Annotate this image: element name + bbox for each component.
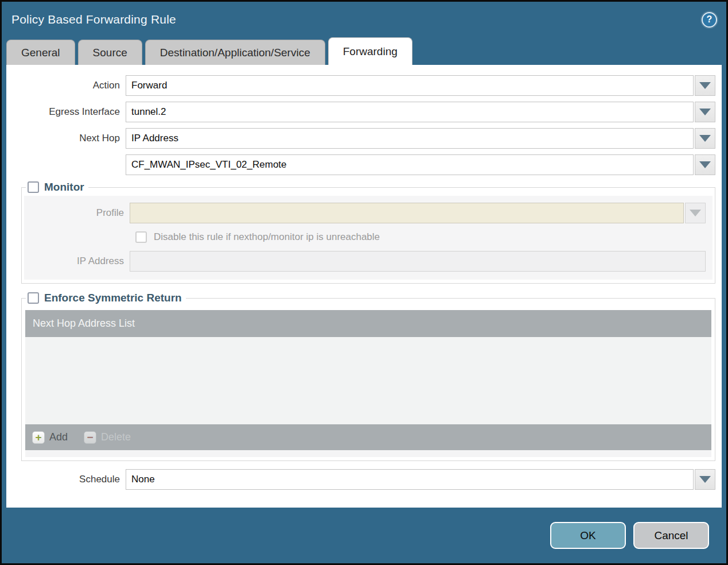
next-hop-address-row: CF_MWAN_IPsec_VTI_02_Remote bbox=[6, 154, 715, 175]
schedule-row: Schedule None bbox=[6, 469, 715, 490]
disable-rule-row: Disable this rule if nexthop/monitor ip … bbox=[135, 231, 706, 243]
tab-destination-application-service[interactable]: Destination/Application/Service bbox=[145, 40, 325, 65]
chevron-down-icon bbox=[690, 210, 701, 216]
monitor-ip-address-row: IP Address bbox=[24, 251, 706, 272]
egress-interface-label: Egress Interface bbox=[6, 106, 126, 118]
schedule-dropdown-trigger[interactable] bbox=[695, 469, 715, 490]
table-header: Next Hop Address List bbox=[25, 310, 711, 337]
monitor-fieldset: Monitor Profile Disable this rule if nex… bbox=[21, 181, 715, 284]
chevron-down-icon bbox=[699, 476, 711, 483]
profile-row: Profile bbox=[24, 203, 706, 223]
next-hop-address-list-table: Next Hop Address List + Add − Delete bbox=[25, 310, 711, 450]
delete-button-label: Delete bbox=[101, 431, 131, 443]
disable-rule-checkbox bbox=[135, 231, 147, 243]
help-icon[interactable]: ? bbox=[702, 12, 717, 28]
profile-select bbox=[130, 203, 684, 223]
monitor-ip-address-input bbox=[130, 251, 706, 272]
ok-button[interactable]: OK bbox=[550, 522, 626, 549]
action-row: Action Forward bbox=[6, 75, 715, 96]
next-hop-label: Next Hop bbox=[6, 133, 126, 144]
dialog-titlebar: Policy Based Forwarding Rule ? bbox=[2, 2, 726, 37]
action-dropdown-trigger[interactable] bbox=[695, 75, 715, 96]
profile-label: Profile bbox=[24, 207, 130, 219]
chevron-down-icon bbox=[699, 135, 711, 142]
plus-icon: + bbox=[32, 431, 45, 444]
egress-interface-dropdown-trigger[interactable] bbox=[695, 102, 715, 122]
next-hop-dropdown-trigger[interactable] bbox=[695, 128, 715, 149]
next-hop-address-select[interactable]: CF_MWAN_IPsec_VTI_02_Remote bbox=[126, 154, 694, 175]
egress-interface-select[interactable]: tunnel.2 bbox=[126, 102, 694, 122]
action-select[interactable]: Forward bbox=[126, 75, 694, 96]
schedule-select[interactable]: None bbox=[126, 469, 694, 490]
enforce-symmetric-return-fieldset: Enforce Symmetric Return Next Hop Addres… bbox=[21, 292, 715, 461]
dialog-title: Policy Based Forwarding Rule bbox=[11, 13, 176, 26]
table-toolbar: + Add − Delete bbox=[25, 424, 711, 450]
policy-based-forwarding-rule-dialog: Policy Based Forwarding Rule ? General S… bbox=[0, 0, 728, 565]
minus-icon: − bbox=[84, 431, 96, 444]
add-button-label: Add bbox=[49, 431, 68, 443]
chevron-down-icon bbox=[699, 161, 711, 168]
egress-interface-row: Egress Interface tunnel.2 bbox=[6, 102, 715, 122]
table-scrollbar-track[interactable] bbox=[25, 450, 711, 457]
monitor-ip-address-label: IP Address bbox=[24, 256, 130, 267]
disable-rule-label: Disable this rule if nexthop/monitor ip … bbox=[154, 231, 380, 243]
tab-content-forwarding: Action Forward Egress Interface tunnel.2… bbox=[6, 65, 722, 508]
dialog-footer: OK Cancel bbox=[2, 508, 726, 549]
enforce-symmetric-return-checkbox[interactable] bbox=[28, 292, 39, 304]
next-hop-row: Next Hop IP Address bbox=[6, 128, 715, 149]
table-body-empty[interactable] bbox=[25, 337, 711, 424]
next-hop-address-dropdown-trigger[interactable] bbox=[695, 154, 715, 175]
tab-source[interactable]: Source bbox=[78, 40, 142, 65]
chevron-down-icon bbox=[699, 109, 711, 115]
monitor-legend: Monitor bbox=[26, 181, 88, 194]
tab-forwarding[interactable]: Forwarding bbox=[328, 37, 412, 65]
chevron-down-icon bbox=[699, 82, 711, 89]
monitor-label: Monitor bbox=[44, 181, 84, 194]
profile-dropdown-trigger bbox=[685, 203, 706, 223]
add-button[interactable]: + Add bbox=[32, 431, 68, 444]
enforce-symmetric-return-legend: Enforce Symmetric Return bbox=[26, 292, 186, 304]
enforce-symmetric-return-label: Enforce Symmetric Return bbox=[44, 292, 182, 304]
next-hop-select[interactable]: IP Address bbox=[126, 128, 694, 149]
monitor-checkbox[interactable] bbox=[28, 181, 39, 193]
monitor-panel: Profile Disable this rule if nexthop/mon… bbox=[24, 196, 713, 280]
cancel-button[interactable]: Cancel bbox=[633, 522, 709, 549]
action-label: Action bbox=[6, 80, 126, 91]
delete-button: − Delete bbox=[84, 431, 131, 444]
schedule-label: Schedule bbox=[6, 474, 126, 485]
tab-general[interactable]: General bbox=[6, 40, 75, 65]
table-header-label: Next Hop Address List bbox=[33, 318, 135, 330]
tab-bar: General Source Destination/Application/S… bbox=[2, 37, 726, 65]
